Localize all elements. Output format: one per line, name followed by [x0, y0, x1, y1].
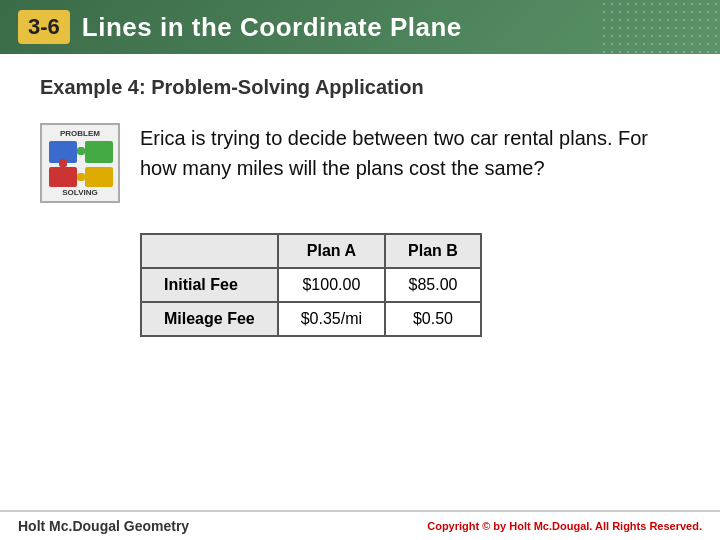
problem-text: Erica is trying to decide between two ca… [140, 123, 680, 183]
table-row: Initial Fee $100.00 $85.00 [141, 268, 481, 302]
row-plan-b-initial-fee: $85.00 [385, 268, 481, 302]
example-title: Example 4: Problem-Solving Application [40, 76, 680, 99]
row-plan-a-mileage-fee: $0.35/mi [278, 302, 385, 336]
table-header-empty [141, 234, 278, 268]
problem-solving-icon: PROBLEM SOLVING [40, 123, 120, 203]
main-content: Example 4: Problem-Solving Application P… [0, 54, 720, 359]
row-label-initial-fee: Initial Fee [141, 268, 278, 302]
problem-row: PROBLEM SOLVING Erica is trying to decid… [40, 123, 680, 203]
comparison-table: Plan A Plan B Initial Fee $100.00 $85.00… [140, 233, 482, 337]
table-header-plan-a: Plan A [278, 234, 385, 268]
header-bar: 3-6 Lines in the Coordinate Plane [0, 0, 720, 54]
svg-rect-3 [77, 147, 85, 155]
puzzle-svg [47, 139, 117, 189]
svg-rect-5 [59, 159, 67, 167]
puzzle-top-label: PROBLEM [60, 129, 100, 138]
lesson-badge: 3-6 [18, 10, 70, 44]
footer: Holt Mc.Dougal Geometry Copyright © by H… [0, 510, 720, 540]
header-title: Lines in the Coordinate Plane [82, 12, 462, 43]
svg-rect-2 [85, 141, 113, 163]
svg-rect-6 [85, 167, 113, 187]
svg-rect-4 [49, 167, 77, 187]
footer-copyright: Copyright © by Holt Mc.Dougal. All Right… [427, 520, 702, 532]
row-plan-a-initial-fee: $100.00 [278, 268, 385, 302]
table-header-plan-b: Plan B [385, 234, 481, 268]
puzzle-bottom-label: SOLVING [62, 188, 97, 197]
footer-publisher: Holt Mc.Dougal Geometry [18, 518, 189, 534]
row-label-mileage-fee: Mileage Fee [141, 302, 278, 336]
svg-rect-7 [77, 173, 85, 181]
table-row: Mileage Fee $0.35/mi $0.50 [141, 302, 481, 336]
row-plan-b-mileage-fee: $0.50 [385, 302, 481, 336]
